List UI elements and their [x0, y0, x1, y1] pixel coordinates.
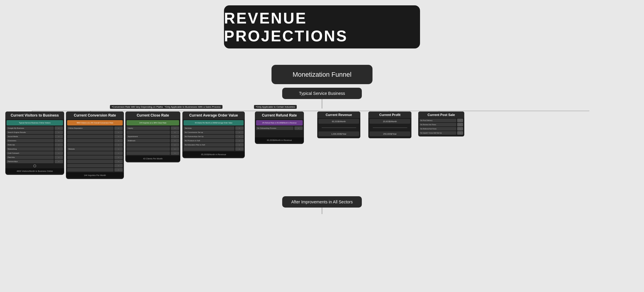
close-row-5: -- [127, 143, 179, 147]
typical-label: Typical Service Business [299, 91, 345, 96]
revenue-monthly: 83,333$/Month [318, 119, 359, 124]
ov-row-4: No Products to Sell -- [184, 139, 244, 142]
refund-highlight: 2% Refund Rate on 65,000$/Month in Reven… [256, 120, 303, 125]
note-applicable: *Only Applicable to Businesses With a Sa… [163, 105, 222, 109]
conv-row-9: -- [67, 160, 123, 163]
conv-row-2: -- [67, 131, 123, 134]
conversion-panel: Current Conversion Rate 4800 Visitors at… [66, 112, 124, 179]
after-improvements-box: After Improvements in All Sectors [282, 196, 362, 208]
main-title: REVENUE PROJECTIONS [224, 9, 420, 45]
close-row-3: Appointment -- [127, 135, 179, 138]
close-row-2: -- [127, 131, 179, 134]
ordervalue-header: Current Average Order Value [182, 112, 245, 119]
typical-service-box: Typical Service Business [282, 88, 362, 99]
revenue-panel: Current Revenue 83,333$/Month 1,000,000$… [317, 112, 360, 138]
close-row-6: -- [127, 147, 179, 151]
visitors-row-7: Cold Outreach -- [7, 151, 63, 155]
refund-row-middle: No Onboarding Process -- [256, 126, 303, 130]
conv-row-4: -- [67, 139, 123, 142]
refund-panel: Current Refund Rate 2% Refund Rate on 65… [255, 112, 304, 144]
close-row-1: Inquiry -- [127, 126, 179, 130]
ov-row-6: -- [184, 147, 244, 151]
profit-panel: Current Profit 20,833$/Month 250,000$/Ye… [368, 112, 411, 138]
visitors-row-5: Referrals -- [7, 143, 63, 147]
visitors-row-3: Social Media -- [7, 135, 63, 138]
conversion-header: Current Conversion Rate [66, 112, 124, 119]
visitors-row-1: Google My Business -- [7, 126, 63, 130]
title-banner: REVENUE PROJECTIONS [224, 5, 420, 48]
ov-row-3: No Partnerships Set Up -- [184, 135, 244, 138]
conv-row-8: -- [67, 156, 123, 159]
close-highlight: 144 Inquiries at a 30% Close Rate [127, 120, 179, 125]
profit-yearly: 250,000$/Year [370, 131, 410, 136]
visitors-row-9: Partnerships -- [7, 160, 63, 163]
postsale-panel: Current Post Sale No Post Delivery -- No… [418, 112, 464, 136]
note-conversion: *Conversion Rate Will Vary Depending on … [110, 105, 167, 109]
after-label: After Improvements in All Sectors [291, 200, 353, 204]
close-row-7: -- [127, 151, 179, 155]
visitors-header: Current Visitors to Business [5, 112, 64, 119]
visitors-panel: Current Visitors to Business Typical Ser… [5, 112, 64, 175]
revenue-header: Current Revenue [317, 112, 360, 118]
ov-row-5: No Education Plan to Sell -- [184, 143, 244, 147]
conversion-highlight: 4800 Visitors at a 3% Overall Conversion… [67, 120, 123, 125]
postsale-row-2: No Review Ask Flows -- [419, 123, 463, 126]
profit-header: Current Profit [368, 112, 411, 118]
visitors-row-2: Search Engine Results -- [7, 131, 63, 134]
ov-row-1: Services -- [184, 126, 244, 130]
ordervalue-footer: 65,000$/Month in Revenue [182, 152, 245, 157]
postsale-row-1: No Post Delivery -- [419, 119, 463, 122]
visitors-row-6: Networking -- [7, 147, 63, 151]
note-industries: *Only Applicable to Certain Industries [254, 105, 297, 109]
postsale-header: Current Post Sale [418, 112, 464, 118]
ov-row-2: No Commission Set up -- [184, 131, 244, 134]
visitors-row-8: Paid Ads -- [7, 156, 63, 159]
refund-footer: 63,333$/Month in Revenue [255, 137, 304, 143]
profit-monthly: 20,833$/Month [370, 119, 410, 124]
conversion-footer: 144 Inquiries Per Month [66, 172, 124, 178]
visitors-footer: 4800 Visitors/Month to Business Online [5, 168, 64, 174]
conv-row-6: Website -- [67, 147, 123, 151]
ordervalue-highlight: 43 Clients Per Month at 2000$ Average Or… [184, 120, 244, 125]
funnel-label: Monetization Funnel [293, 71, 351, 79]
conv-row-5: -- [67, 143, 123, 147]
postsale-row-4: No Upsell / Cross-Sell Set Up -- [419, 131, 463, 135]
conv-row-7: -- [67, 151, 123, 155]
ordervalue-panel: Current Average Order Value 43 Clients P… [182, 112, 245, 158]
conv-row-11: -- [67, 168, 123, 172]
funnel-box: Monetization Funnel [272, 65, 372, 84]
refund-header: Current Refund Rate [255, 112, 304, 119]
close-row-4: Walkback -- [127, 139, 179, 142]
visitors-row-4: Directories -- [7, 139, 63, 142]
close-panel: Current Close Rate 144 Inquiries at a 30… [125, 112, 180, 162]
conv-row-1: Online Reputation -- [67, 126, 123, 130]
close-header: Current Close Rate [125, 112, 180, 119]
conv-row-3: -- [67, 135, 123, 138]
conv-row-10: -- [67, 164, 123, 167]
postsale-row-3: No Referral Ask Flows -- [419, 127, 463, 131]
revenue-yearly: 1,000,000$/Year [318, 131, 359, 136]
visitors-highlight: Typical Service Business Online Visitors [7, 120, 63, 125]
close-footer: 43 Clients Per Month [125, 156, 180, 161]
